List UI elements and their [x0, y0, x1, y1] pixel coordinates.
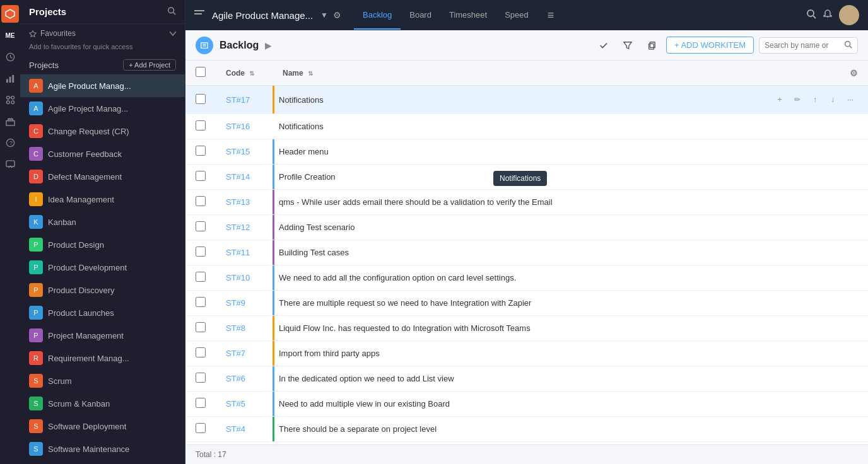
sidebar-item-7[interactable]: P Product Design — [20, 233, 185, 256]
row-checkbox[interactable] — [196, 196, 206, 206]
copy-icon[interactable] — [642, 36, 661, 55]
sidebar-item-6[interactable]: K Kanban — [20, 211, 185, 233]
code-link[interactable]: ST#5 — [226, 399, 245, 409]
global-search-icon[interactable] — [806, 9, 816, 21]
sidebar-item-11[interactable]: P Project Management — [20, 324, 185, 347]
sidebar-toggle-icon[interactable] — [194, 9, 204, 21]
row-checkbox[interactable] — [196, 373, 206, 383]
sidebar-item-16[interactable]: S Software Maintenance — [20, 438, 185, 460]
sidebar-item-8[interactable]: P Product Development — [20, 256, 185, 279]
demote-btn[interactable]: ↓ — [825, 92, 840, 107]
user-avatar[interactable] — [839, 5, 859, 25]
gift-icon[interactable] — [1, 112, 19, 130]
play-icon[interactable]: ▶ — [265, 40, 272, 50]
row-checkbox[interactable] — [196, 398, 206, 408]
row-name: There are multiple request so we need to… — [279, 298, 531, 308]
chat-icon[interactable] — [1, 155, 19, 173]
code-link[interactable]: ST#6 — [226, 374, 245, 383]
checkmark-filter-icon[interactable] — [594, 36, 613, 55]
code-link[interactable]: ST#8 — [226, 323, 245, 333]
more-btn[interactable]: ··· — [843, 92, 858, 107]
code-link[interactable]: ST#12 — [226, 223, 250, 232]
project-settings-icon[interactable]: ⚙ — [333, 10, 341, 20]
sidebar-item-14[interactable]: S Scrum & Kanban — [20, 392, 185, 415]
code-link[interactable]: ST#9 — [226, 298, 245, 308]
project-name-4: Defect Management — [48, 172, 122, 182]
code-link[interactable]: ST#10 — [226, 273, 250, 282]
code-link[interactable]: ST#4 — [226, 424, 245, 434]
name-sort-icon[interactable]: ⇅ — [308, 70, 313, 77]
row-checkbox[interactable] — [196, 272, 206, 282]
project-name-0: Agile Product Manag... — [48, 81, 131, 91]
row-checkbox[interactable] — [196, 246, 206, 257]
project-name-1: Agile Project Manag... — [48, 104, 128, 113]
add-child-btn[interactable]: + — [772, 92, 787, 107]
code-link[interactable]: ST#13 — [226, 197, 250, 207]
sidebar-item-3[interactable]: C Customer Feedback — [20, 142, 185, 165]
chart-icon[interactable] — [1, 69, 19, 87]
svg-marker-29 — [624, 42, 631, 49]
project-dropdown-icon[interactable]: ▼ — [320, 11, 328, 20]
row-checkbox[interactable] — [196, 146, 206, 156]
search-box-icon[interactable] — [844, 40, 852, 50]
more-options-icon[interactable]: ≡ — [548, 9, 554, 22]
project-name-header[interactable]: Agile Product Manage... — [212, 10, 313, 21]
add-workitem-button[interactable]: + ADD WORKITEM — [666, 37, 754, 54]
sidebar-item-5[interactable]: I Idea Management — [20, 188, 185, 211]
sidebar-item-0[interactable]: A Agile Product Manag... — [20, 74, 185, 97]
svg-point-9 — [6, 100, 9, 103]
table-settings-icon[interactable]: ⚙ — [850, 68, 858, 78]
clock-icon[interactable] — [1, 48, 19, 66]
logo-icon[interactable] — [1, 5, 19, 23]
integrations-icon[interactable] — [1, 91, 19, 108]
tab-speed[interactable]: Speed — [496, 1, 537, 30]
favourites-header[interactable]: Favourites — [29, 29, 176, 38]
code-link[interactable]: ST#17 — [226, 95, 250, 105]
filter-icon[interactable] — [618, 36, 637, 55]
select-all-checkbox[interactable] — [196, 67, 206, 77]
add-project-button[interactable]: + Add Project — [123, 59, 176, 71]
promote-btn[interactable]: ↑ — [807, 92, 823, 107]
code-link[interactable]: ST#16 — [226, 122, 250, 131]
sidebar-header: Projects — [20, 0, 185, 24]
tab-timesheet[interactable]: Timesheet — [440, 1, 496, 30]
sidebar-item-13[interactable]: S Scrum — [20, 369, 185, 392]
edit-btn[interactable]: ✏ — [790, 92, 805, 107]
row-checkbox[interactable] — [196, 322, 206, 332]
notification-bell-icon[interactable] — [823, 9, 833, 21]
sidebar-item-10[interactable]: P Product Launches — [20, 301, 185, 324]
project-name-16: Software Maintenance — [48, 444, 129, 454]
code-sort-icon[interactable]: ⇅ — [249, 70, 254, 77]
row-checkbox[interactable] — [196, 221, 206, 231]
row-checkbox[interactable] — [196, 297, 206, 307]
me-button[interactable]: ME — [1, 26, 19, 44]
row-checkbox[interactable] — [196, 171, 206, 181]
tab-backlog[interactable]: Backlog — [354, 1, 401, 30]
project-icon-14: S — [29, 397, 43, 410]
sidebar-item-17[interactable]: S Software Programmi... — [20, 460, 185, 464]
code-link[interactable]: ST#7 — [226, 349, 245, 358]
sidebar-item-12[interactable]: R Requirement Manag... — [20, 347, 185, 369]
row-checkbox[interactable] — [196, 423, 206, 433]
svg-line-19 — [173, 13, 176, 15]
tab-board[interactable]: Board — [401, 1, 440, 30]
sidebar-item-9[interactable]: P Product Discovery — [20, 279, 185, 301]
code-link[interactable]: ST#15 — [226, 147, 250, 156]
help-icon[interactable]: ? — [1, 134, 19, 151]
code-link[interactable]: ST#14 — [226, 172, 250, 182]
row-checkbox[interactable] — [196, 347, 206, 357]
row-checkbox[interactable] — [196, 120, 206, 130]
nav-tabs: BacklogBoardTimesheetSpeed — [354, 1, 537, 30]
sidebar-item-15[interactable]: S Software Deployment — [20, 415, 185, 438]
row-code-cell: ST#6 — [216, 366, 273, 392]
sidebar-search-icon[interactable] — [167, 6, 176, 17]
sidebar-item-2[interactable]: C Change Request (CR) — [20, 120, 185, 142]
table-row: ST#4 There should be a separate on proje… — [185, 417, 868, 442]
row-checkbox[interactable] — [196, 94, 206, 104]
row-name-cell: Need to add multiple view in our existin… — [273, 392, 762, 417]
sidebar-item-4[interactable]: D Defect Management — [20, 165, 185, 188]
search-input[interactable] — [765, 41, 840, 50]
code-link[interactable]: ST#11 — [226, 248, 250, 257]
sidebar-item-1[interactable]: A Agile Project Manag... — [20, 97, 185, 120]
row-checkbox-cell — [185, 240, 216, 265]
